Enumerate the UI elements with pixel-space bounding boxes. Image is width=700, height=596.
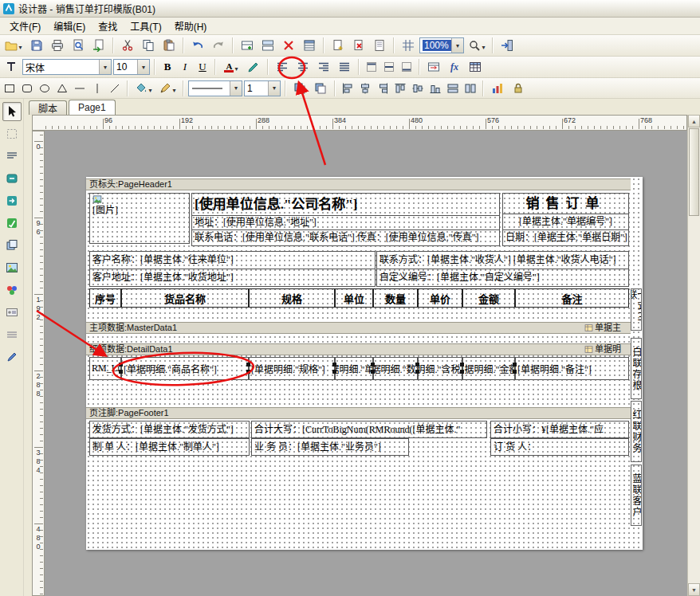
align-bottom-edges-button[interactable] [427, 80, 443, 97]
undo-button[interactable] [188, 37, 207, 54]
export-button[interactable] [89, 37, 108, 54]
bold-button[interactable]: B [159, 58, 175, 76]
selection-handle[interactable] [246, 363, 250, 367]
chevron-down-icon[interactable] [99, 60, 111, 74]
selection-handle[interactable] [119, 363, 123, 367]
color-tool[interactable] [2, 280, 22, 300]
date-field[interactable]: 日期：[单据主体."单据日期"] [502, 229, 629, 246]
menu-tools[interactable]: 工具(T) [124, 18, 167, 34]
col-header-unit[interactable]: 单位 [335, 288, 373, 308]
line-color-button[interactable] [156, 80, 179, 97]
rectangle-tool[interactable] [2, 80, 18, 97]
exit-designer-button[interactable] [497, 37, 517, 54]
detail-cell-price[interactable]: [单据明细."含税单价"] [418, 357, 462, 380]
menu-help[interactable]: 帮助(H) [168, 18, 214, 34]
save-button[interactable] [27, 37, 46, 54]
company-name-field[interactable]: [使用单位信息."公司名称"] [191, 193, 500, 216]
cut-button[interactable] [118, 37, 137, 54]
ellipse-tool[interactable] [37, 80, 53, 97]
align-right-button[interactable] [314, 58, 333, 76]
chevron-down-icon[interactable] [230, 81, 242, 96]
copy-button[interactable] [139, 37, 158, 54]
valign-top-button[interactable] [364, 58, 379, 76]
menu-edit[interactable]: 编辑(E) [47, 18, 92, 34]
address-field[interactable]: 地址：[使用单位信息."地址"] [191, 215, 500, 230]
detail-cell-name[interactable]: [单据明细."商品名称"] [121, 357, 249, 380]
col-header-amount[interactable]: 金额 [462, 288, 515, 308]
open-template-button[interactable] [2, 37, 26, 54]
vertical-scrollbar[interactable] [687, 115, 700, 596]
bring-to-front-button[interactable] [290, 80, 309, 97]
chevron-down-icon[interactable] [268, 81, 280, 96]
line-tool[interactable] [2, 325, 22, 344]
selection-handle[interactable] [460, 363, 464, 367]
band-pagefooter[interactable]: 页注脚:PageFooter1 [86, 407, 631, 419]
custom-no-field[interactable]: 自定义编号：[单据主体."自定义编号"] [376, 269, 629, 287]
band-pageheader[interactable]: 页标头:PageHeader1 [86, 178, 631, 190]
chevron-down-icon[interactable] [451, 38, 463, 53]
col-header-seq[interactable]: 序号 [89, 288, 121, 308]
detail-cell-seq[interactable]: RM_Li [89, 357, 121, 380]
band-detaildata[interactable]: 细项数据:DetailData1 单据明 [86, 343, 631, 355]
align-center-button[interactable] [293, 58, 313, 76]
insert-field-button[interactable] [424, 58, 443, 76]
col-header-price[interactable]: 单价 [418, 288, 462, 308]
align-left-edges-button[interactable] [340, 80, 356, 97]
valign-bottom-button[interactable] [399, 58, 415, 76]
scroll-up-button[interactable] [688, 115, 700, 127]
copy-label-blue-customer[interactable]: 蓝联客户 [631, 465, 642, 526]
line-width-select[interactable]: 1 [244, 80, 281, 96]
field-tool[interactable] [2, 169, 22, 188]
function-button[interactable]: fx [445, 58, 464, 76]
report-page[interactable]: 页标头:PageHeader1 [图片] [使用单位信息."公司名称"] 销售订… [86, 177, 643, 550]
valign-middle-button[interactable] [381, 58, 397, 76]
vertical-line-tool[interactable] [89, 80, 105, 97]
copy-label-red-finance[interactable]: 红联财务 [631, 401, 642, 462]
triangle-tool[interactable] [54, 80, 70, 97]
pen-tool[interactable] [2, 347, 22, 367]
band-list-button[interactable] [300, 37, 319, 54]
italic-button[interactable]: I [177, 58, 193, 76]
show-grid-button[interactable] [399, 37, 418, 54]
selection-handle[interactable] [332, 363, 336, 367]
chevron-down-icon[interactable] [137, 60, 149, 74]
tab-page1[interactable]: Page1 [69, 100, 116, 115]
image-placeholder[interactable]: [图片] [89, 193, 190, 244]
redo-button[interactable] [209, 37, 228, 54]
detail-cell-unit[interactable]: [单据明细."单位"] [335, 357, 373, 380]
image-tool[interactable] [2, 258, 22, 277]
checkbox-tool[interactable] [2, 214, 22, 233]
diagonal-line-tool[interactable] [107, 80, 123, 97]
align-justify-button[interactable] [335, 58, 354, 76]
band-masterdata[interactable]: 主项数据:MasterData1 单据主 [86, 322, 631, 334]
detail-cell-spec[interactable]: [单据明细."规格"] [249, 357, 335, 380]
layers-tool[interactable] [2, 236, 22, 255]
ship-method-field[interactable]: 发货方式：[单据主体."发货方式"] [89, 421, 250, 438]
pagebreak-tool[interactable] [2, 191, 22, 210]
same-height-button[interactable] [462, 80, 478, 97]
page-setup-button[interactable] [370, 37, 389, 54]
total-caps-field[interactable]: 合计大写：[CurrToBigNum(RMRound([单据主体." [251, 421, 487, 438]
insert-table-button[interactable] [466, 58, 485, 76]
align-left-button[interactable] [273, 58, 292, 76]
font-size-select[interactable]: 10 [113, 59, 150, 75]
insert-band-button[interactable] [238, 37, 257, 54]
pointer-tool[interactable] [2, 102, 22, 121]
line-style-select[interactable] [188, 80, 242, 96]
col-header-qty[interactable]: 数量 [373, 288, 418, 308]
copy-label-white-stub[interactable]: 白联存根 [631, 338, 642, 399]
ole-object-tool[interactable] [2, 303, 22, 322]
zoom-tool-button[interactable] [466, 37, 488, 54]
design-canvas[interactable]: 页标头:PageHeader1 [图片] [使用单位信息."公司名称"] 销售订… [45, 131, 687, 596]
tab-script[interactable]: 脚本 [29, 100, 67, 115]
scroll-down-button[interactable] [688, 583, 700, 596]
horizontal-line-tool[interactable] [72, 80, 88, 97]
print-preview-button[interactable] [69, 37, 88, 54]
col-header-spec[interactable]: 规格 [249, 288, 335, 308]
same-width-button[interactable] [445, 80, 461, 97]
detail-cell-amount[interactable]: [单据明细."金额"] [462, 357, 515, 380]
maker-field[interactable]: 制 单 人：[单据主体."制单人"] [89, 438, 250, 456]
selection-handle[interactable] [513, 363, 517, 367]
salesman-field[interactable]: 业 务 员：[单据主体."业务员"] [251, 438, 409, 456]
col-header-remark[interactable]: 备注 [515, 288, 629, 308]
